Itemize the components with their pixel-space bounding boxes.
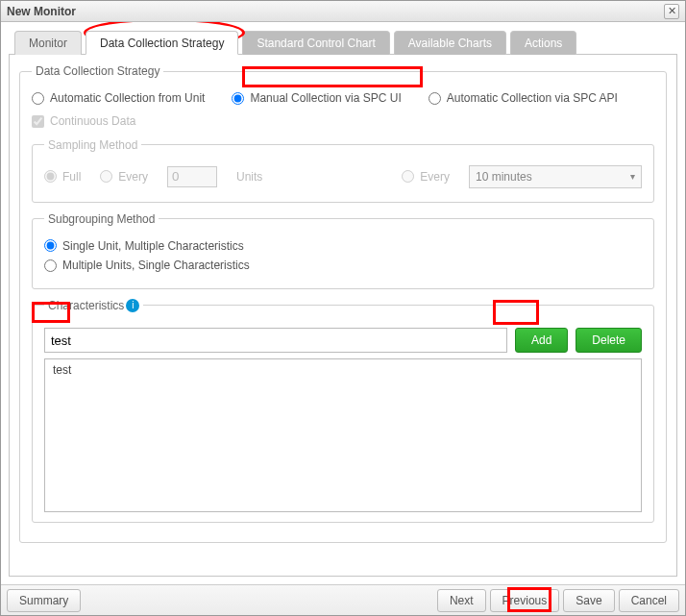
tab-data-collection[interactable]: Data Collection Strategy [86,31,238,55]
radio-single-multi[interactable]: Single Unit, Multiple Characteristics [44,239,244,253]
radio-auto-unit-input[interactable] [32,92,44,105]
tab-available-charts[interactable]: Available Charts [394,31,506,55]
tab-monitor[interactable]: Monitor [14,31,82,55]
window-title: New Monitor [7,5,76,18]
group-sampling: Sampling Method Full Every Units [32,138,654,203]
add-button[interactable]: Add [515,328,568,353]
next-button[interactable]: Next [437,589,486,612]
radio-manual-spc[interactable]: Manual Collection via SPC UI [232,91,401,105]
group-characteristics: Characteristicsi Add Delete test [32,299,654,524]
radio-multi-single[interactable]: Multiple Units, Single Characteristics [44,259,250,272]
previous-button[interactable]: Previous [490,589,560,612]
cancel-button[interactable]: Cancel [619,589,679,612]
radio-auto-api-input[interactable] [429,92,441,105]
sampling-title: Sampling Method [44,138,141,152]
select-interval: 10 minutes ▾ [469,165,642,188]
checkbox-continuous: Continuous Data [32,114,135,128]
subgrouping-title: Subgrouping Method [44,212,159,226]
group-title: Data Collection Strategy [32,64,163,78]
delete-button[interactable]: Delete [576,328,642,353]
chevron-down-icon: ▾ [630,171,635,182]
tab-standard-chart[interactable]: Standard Control Chart [242,31,389,55]
input-every-units [167,166,217,187]
radio-manual-spc-input[interactable] [232,92,244,105]
info-icon[interactable]: i [126,299,139,312]
close-icon[interactable]: ✕ [664,4,679,19]
radio-auto-api[interactable]: Automatic Collection via SPC API [429,91,618,105]
group-subgrouping: Subgrouping Method Single Unit, Multiple… [32,212,654,289]
list-item[interactable]: test [45,359,641,381]
tab-actions[interactable]: Actions [510,31,576,55]
radio-sampling-full: Full [44,170,81,184]
radio-sampling-every-units: Every [100,170,148,184]
save-button[interactable]: Save [563,589,614,612]
characteristics-list[interactable]: test [44,358,642,512]
radio-sampling-every-time: Every [402,170,450,184]
characteristic-input[interactable] [44,328,507,353]
checkbox-continuous-input [32,115,44,128]
characteristics-title: Characteristicsi [44,299,143,313]
units-suffix: Units [236,170,262,184]
summary-button[interactable]: Summary [7,589,81,612]
group-data-collection: Data Collection Strategy Automatic Colle… [19,64,667,543]
radio-auto-unit[interactable]: Automatic Collection from Unit [32,91,205,105]
